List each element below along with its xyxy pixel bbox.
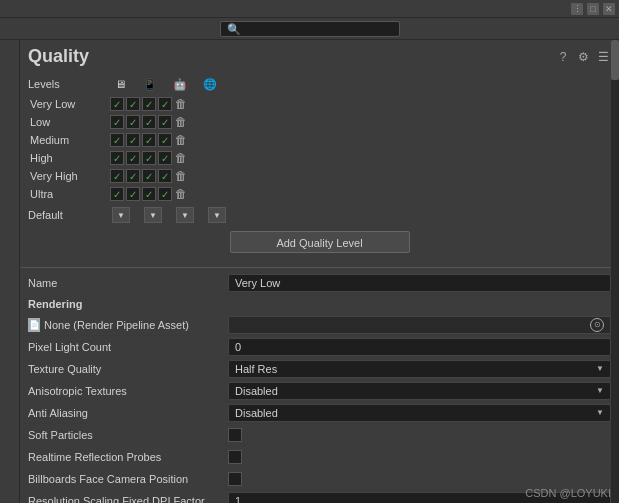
platform-mobile: 📱: [142, 77, 158, 91]
divider-1: [20, 267, 619, 268]
anisotropic-dropdown[interactable]: Disabled ▼: [228, 382, 611, 400]
checkboxes-verylow: [110, 97, 172, 111]
anisotropic-value: Disabled: [235, 385, 278, 397]
quality-name-veryhigh: Very High: [30, 170, 110, 182]
prop-label-billboards: Billboards Face Camera Position: [28, 473, 228, 485]
cb-m-1[interactable]: [110, 133, 124, 147]
maximize-icon[interactable]: □: [587, 3, 599, 15]
page-title: Quality: [28, 46, 89, 67]
close-icon[interactable]: ✕: [603, 3, 615, 15]
cb-h-2[interactable]: [126, 151, 140, 165]
cb-h-1[interactable]: [110, 151, 124, 165]
cb-vl-1[interactable]: [110, 97, 124, 111]
chevron-down-icon-3: ▼: [596, 408, 604, 417]
prop-label-soft-particles: Soft Particles: [28, 429, 228, 441]
scroll-thumb[interactable]: [611, 40, 619, 80]
cb-vl-4[interactable]: [158, 97, 172, 111]
presets-icon[interactable]: ⚙: [575, 49, 591, 65]
pipeline-value: ⊙: [228, 316, 611, 334]
delete-verylow[interactable]: 🗑: [174, 97, 188, 111]
cb-m-2[interactable]: [126, 133, 140, 147]
cb-u-2[interactable]: [126, 187, 140, 201]
help-icon[interactable]: ?: [555, 49, 571, 65]
cb-vl-3[interactable]: [142, 97, 156, 111]
billboards-checkbox[interactable]: [228, 472, 242, 486]
scrollbar[interactable]: [611, 40, 619, 503]
quality-row-high: High 🗑: [28, 149, 611, 167]
quality-name-low: Low: [30, 116, 110, 128]
prop-row-realtime-reflection: Realtime Reflection Probes: [20, 446, 619, 468]
default-dd-1[interactable]: ▼: [112, 207, 130, 223]
add-quality-button[interactable]: Add Quality Level: [230, 231, 410, 253]
cb-h-3[interactable]: [142, 151, 156, 165]
prop-label-pixel-light: Pixel Light Count: [28, 341, 228, 353]
cb-m-3[interactable]: [142, 133, 156, 147]
pipeline-label: 📄 None (Render Pipeline Asset): [28, 318, 228, 332]
prop-row-anti-aliasing: Anti Aliasing Disabled ▼: [20, 402, 619, 424]
checkboxes-veryhigh: [110, 169, 172, 183]
settings-icon[interactable]: ☰: [595, 49, 611, 65]
delete-medium[interactable]: 🗑: [174, 133, 188, 147]
realtime-reflection-checkbox[interactable]: [228, 450, 242, 464]
cb-m-4[interactable]: [158, 133, 172, 147]
texture-quality-dropdown[interactable]: Half Res ▼: [228, 360, 611, 378]
delete-high[interactable]: 🗑: [174, 151, 188, 165]
quality-name-high: High: [30, 152, 110, 164]
circle-select-icon[interactable]: ⊙: [590, 318, 604, 332]
delete-veryhigh[interactable]: 🗑: [174, 169, 188, 183]
cb-u-3[interactable]: [142, 187, 156, 201]
cb-vh-2[interactable]: [126, 169, 140, 183]
chevron-down-icon-2: ▼: [596, 386, 604, 395]
platform-icons: 🖥 📱 🤖 🌐: [112, 77, 218, 91]
soft-particles-checkbox[interactable]: [228, 428, 242, 442]
cb-h-4[interactable]: [158, 151, 172, 165]
prop-label-anti-aliasing: Anti Aliasing: [28, 407, 228, 419]
quality-row-low: Low 🗑: [28, 113, 611, 131]
anti-aliasing-dropdown[interactable]: Disabled ▼: [228, 404, 611, 422]
levels-section: Levels 🖥 📱 🤖 🌐 Very Low 🗑: [20, 73, 619, 263]
checkboxes-high: [110, 151, 172, 165]
delete-low[interactable]: 🗑: [174, 115, 188, 129]
search-bar: [0, 18, 619, 40]
prop-row-soft-particles: Soft Particles: [20, 424, 619, 446]
menu-icon[interactable]: ⋮: [571, 3, 583, 15]
chevron-down-icon: ▼: [596, 364, 604, 373]
prop-label-texture-quality: Texture Quality: [28, 363, 228, 375]
right-panel: Quality ? ⚙ ☰ Levels 🖥 📱 🤖 🌐 Ve: [20, 40, 619, 503]
cb-vl-2[interactable]: [126, 97, 140, 111]
cb-vh-4[interactable]: [158, 169, 172, 183]
quality-row-medium: Medium 🗑: [28, 131, 611, 149]
cb-vh-3[interactable]: [142, 169, 156, 183]
left-panel: [0, 40, 20, 503]
resolution-scaling-value: 1: [235, 495, 241, 504]
cb-u-4[interactable]: [158, 187, 172, 201]
header-icons: ? ⚙ ☰: [555, 49, 611, 65]
platform-android: 🤖: [172, 77, 188, 91]
title-bar: ⋮ □ ✕: [0, 0, 619, 18]
checkboxes-ultra: [110, 187, 172, 201]
prop-row-pixel-light: Pixel Light Count 0: [20, 336, 619, 358]
main-content: Quality ? ⚙ ☰ Levels 🖥 📱 🤖 🌐 Ve: [0, 40, 619, 503]
levels-label: Levels: [28, 78, 108, 90]
search-input[interactable]: [220, 21, 400, 37]
cb-l-2[interactable]: [126, 115, 140, 129]
prop-value-pixel-light[interactable]: 0: [228, 338, 611, 356]
prop-label-realtime-reflection: Realtime Reflection Probes: [28, 451, 228, 463]
checkboxes-medium: [110, 133, 172, 147]
quality-name-ultra: Ultra: [30, 188, 110, 200]
cb-l-1[interactable]: [110, 115, 124, 129]
levels-header: Levels 🖥 📱 🤖 🌐: [28, 77, 611, 91]
prop-label-anisotropic: Anisotropic Textures: [28, 385, 228, 397]
quality-row-veryhigh: Very High 🗑: [28, 167, 611, 185]
default-dd-2[interactable]: ▼: [144, 207, 162, 223]
default-row: Default ▼ ▼ ▼ ▼: [28, 205, 611, 225]
name-value: Very Low: [228, 274, 611, 292]
cb-vh-1[interactable]: [110, 169, 124, 183]
default-dd-4[interactable]: ▼: [208, 207, 226, 223]
cb-l-4[interactable]: [158, 115, 172, 129]
cb-l-3[interactable]: [142, 115, 156, 129]
delete-ultra[interactable]: 🗑: [174, 187, 188, 201]
cb-u-1[interactable]: [110, 187, 124, 201]
default-label: Default: [28, 209, 108, 221]
default-dd-3[interactable]: ▼: [176, 207, 194, 223]
